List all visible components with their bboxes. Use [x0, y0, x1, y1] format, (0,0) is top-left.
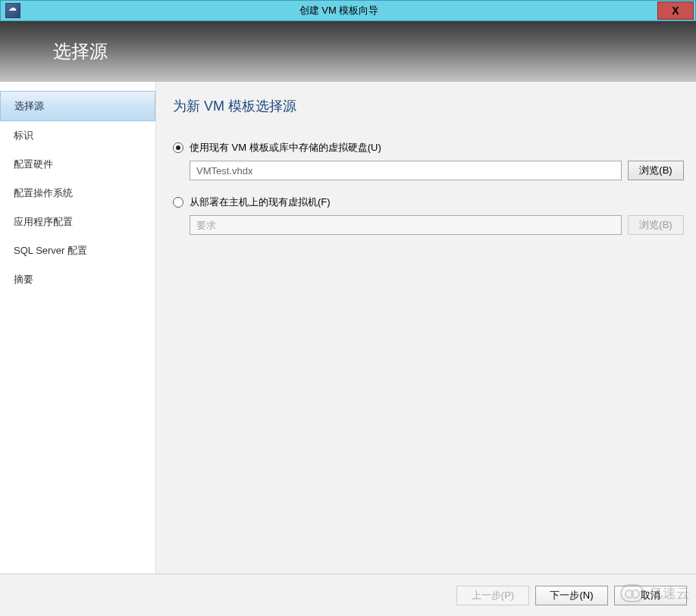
body: 选择源 标识 配置硬件 配置操作系统 应用程序配置 SQL Server 配置 … — [0, 82, 696, 574]
sidebar-item-identity[interactable]: 标识 — [0, 121, 155, 150]
page-title: 为新 VM 模板选择源 — [173, 97, 696, 115]
radio-existing-template[interactable] — [173, 142, 183, 153]
main-panel: 为新 VM 模板选择源 使用现有 VM 模板或库中存储的虚拟硬盘(U) 浏览(B… — [156, 82, 696, 574]
footer: 上一步(P) 下一步(N) 取消 — [0, 574, 696, 616]
sidebar-item-label: SQL Server 配置 — [14, 245, 87, 256]
sidebar-item-label: 配置硬件 — [14, 158, 53, 170]
radio-deployed-vm[interactable] — [173, 197, 183, 208]
sidebar-item-configure-os[interactable]: 配置操作系统 — [0, 179, 155, 208]
option-deployed-vm[interactable]: 从部署在主机上的现有虚拟机(F) — [173, 195, 696, 209]
option-existing-template[interactable]: 使用现有 VM 模板或库中存储的虚拟硬盘(U) — [173, 141, 696, 155]
wizard-step-title: 选择源 — [53, 39, 108, 64]
deployed-vm-input — [190, 215, 622, 235]
sidebar-item-select-source[interactable]: 选择源 — [0, 91, 155, 121]
sidebar-item-label: 标识 — [14, 130, 33, 141]
previous-button: 上一步(P) — [456, 586, 529, 605]
deployed-vm-input-row: 浏览(B) — [190, 215, 696, 235]
option-deployed-vm-label: 从部署在主机上的现有虚拟机(F) — [190, 195, 331, 209]
browse-deployed-button: 浏览(B) — [628, 215, 684, 235]
sidebar-item-label: 应用程序配置 — [14, 216, 73, 227]
sidebar-item-app-config[interactable]: 应用程序配置 — [0, 208, 155, 236]
sidebar-item-sql-config[interactable]: SQL Server 配置 — [0, 236, 155, 265]
sidebar-item-label: 摘要 — [14, 274, 33, 285]
next-button[interactable]: 下一步(N) — [535, 586, 608, 605]
existing-template-path-input[interactable] — [190, 161, 622, 180]
cancel-button[interactable]: 取消 — [614, 586, 687, 605]
option-existing-template-label: 使用现有 VM 模板或库中存储的虚拟硬盘(U) — [190, 141, 381, 155]
sidebar-item-configure-hardware[interactable]: 配置硬件 — [0, 150, 155, 179]
titlebar: 创建 VM 模板向导 X — [0, 0, 696, 21]
sidebar: 选择源 标识 配置硬件 配置操作系统 应用程序配置 SQL Server 配置 … — [0, 82, 156, 574]
app-icon — [5, 3, 20, 18]
sidebar-item-summary[interactable]: 摘要 — [0, 265, 155, 294]
sidebar-item-label: 选择源 — [14, 100, 44, 111]
sidebar-item-label: 配置操作系统 — [14, 187, 73, 199]
existing-template-input-row: 浏览(B) — [190, 161, 696, 180]
wizard-header: 选择源 — [0, 21, 696, 82]
window-title: 创建 VM 模板向导 — [20, 4, 657, 17]
close-icon: X — [672, 5, 679, 17]
browse-existing-button[interactable]: 浏览(B) — [628, 161, 684, 180]
close-button[interactable]: X — [657, 2, 694, 20]
